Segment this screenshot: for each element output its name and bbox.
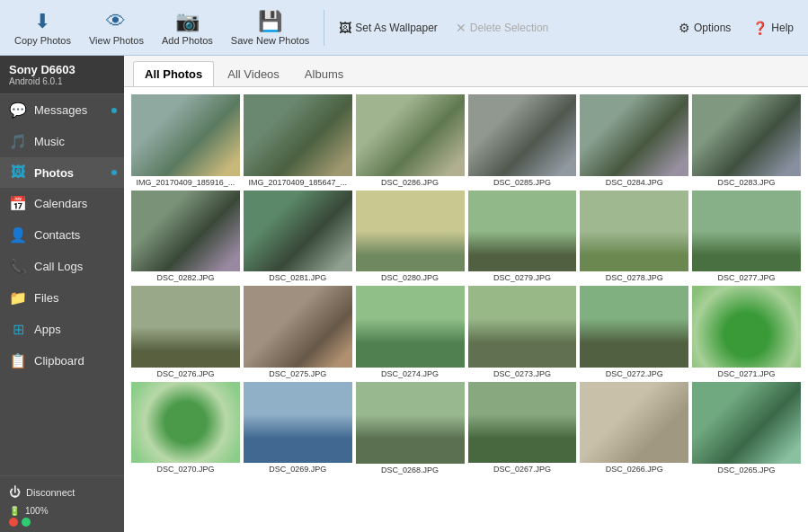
status-dot-red (9, 518, 18, 527)
sidebar-label-messages: Messages (34, 103, 87, 117)
photo-item[interactable]: DSC_0276.JPG (131, 286, 240, 378)
photo-label: DSC_0273.JPG (493, 369, 551, 378)
tab-all-videos[interactable]: All Videos (216, 61, 291, 86)
disconnect-button[interactable]: ⏻ Disconnect (9, 482, 115, 502)
sidebar-item-apps[interactable]: ⊞ Apps (0, 314, 124, 345)
sidebar: Sony D6603 Android 6.0.1 💬 Messages 🎵 Mu… (0, 56, 124, 532)
sidebar-item-clipboard[interactable]: 📋 Clipboard (0, 345, 124, 377)
apps-icon: ⊞ (9, 321, 27, 338)
photo-label: DSC_0277.JPG (718, 273, 776, 282)
sidebar-item-music[interactable]: 🎵 Music (0, 126, 124, 157)
photo-item[interactable]: DSC_0286.JPG (356, 94, 465, 187)
photo-thumbnail (131, 191, 240, 272)
photo-thumbnail (131, 94, 240, 176)
photo-item[interactable]: DSC_0278.JPG (580, 191, 688, 283)
tab-all-photos[interactable]: All Photos (133, 61, 214, 86)
photo-label: DSC_0267.JPG (493, 465, 551, 474)
photo-label: DSC_0268.JPG (381, 466, 439, 474)
photo-item[interactable]: DSC_0268.JPG (356, 382, 465, 474)
sidebar-label-music: Music (34, 135, 65, 148)
tab-albums[interactable]: Albums (293, 61, 355, 86)
photo-label: DSC_0274.JPG (381, 369, 439, 378)
device-name: Sony D6603 (9, 63, 115, 76)
call-logs-icon: 📞 (9, 258, 27, 275)
sidebar-item-calendars[interactable]: 📅 Calendars (0, 188, 124, 219)
sidebar-label-contacts: Contacts (34, 228, 80, 242)
set-wallpaper-button[interactable]: 🖼 Set As Wallpaper (332, 17, 445, 39)
photo-label: DSC_0269.JPG (269, 465, 326, 474)
sidebar-item-messages[interactable]: 💬 Messages (0, 94, 124, 126)
add-photos-button[interactable]: 📷 Add Photos (155, 6, 220, 49)
photo-item[interactable]: DSC_0269.JPG (244, 382, 352, 474)
photo-thumbnail (580, 94, 688, 176)
options-label: Options (694, 22, 731, 34)
content-area: All PhotosAll VideosAlbums IMG_20170409_… (124, 56, 808, 532)
photo-item[interactable]: DSC_0271.JPG (692, 286, 801, 378)
sidebar-item-call-logs[interactable]: 📞 Call Logs (0, 251, 124, 282)
disconnect-label: Disconnect (26, 487, 75, 498)
help-icon: ❓ (752, 21, 768, 35)
save-new-photos-button[interactable]: 💾 Save New Photos (224, 6, 316, 49)
photo-label: DSC_0281.JPG (269, 273, 326, 282)
photo-item[interactable]: DSC_0274.JPG (356, 286, 465, 378)
photo-item[interactable]: DSC_0272.JPG (580, 286, 688, 378)
photo-grid: IMG_20170409_185916_... IMG_20170409_185… (131, 94, 801, 474)
sidebar-label-calendars: Calendars (34, 197, 87, 210)
photo-grid-container[interactable]: IMG_20170409_185916_... IMG_20170409_185… (124, 87, 808, 532)
status-dot-green (22, 518, 31, 527)
copy-photos-icon: ⬇ (34, 10, 50, 33)
photo-label: IMG_20170409_185916_... (137, 178, 235, 187)
photo-item[interactable]: DSC_0266.JPG (580, 382, 688, 474)
photo-item[interactable]: DSC_0285.JPG (468, 94, 577, 187)
photo-thumbnail (131, 382, 240, 464)
calendars-icon: 📅 (9, 195, 27, 212)
battery-level: 100% (25, 506, 49, 516)
photo-item[interactable]: DSC_0277.JPG (692, 191, 801, 283)
photo-thumbnail (468, 94, 577, 176)
battery-icon: 🔋 (9, 506, 20, 516)
photo-item[interactable]: DSC_0275.JPG (244, 286, 352, 378)
sidebar-label-apps: Apps (34, 323, 61, 336)
device-info: Sony D6603 Android 6.0.1 (0, 56, 124, 94)
sidebar-item-contacts[interactable]: 👤 Contacts (0, 219, 124, 251)
photo-thumbnail (580, 191, 688, 272)
photo-item[interactable]: DSC_0282.JPG (131, 191, 240, 283)
save-new-photos-label: Save New Photos (231, 35, 309, 46)
photo-item[interactable]: IMG_20170409_185647_... (244, 94, 352, 187)
sidebar-item-files[interactable]: 📁 Files (0, 282, 124, 314)
options-button[interactable]: ⚙ Options (671, 17, 738, 39)
photo-item[interactable]: DSC_0280.JPG (356, 191, 465, 283)
delete-selection-button[interactable]: ✕ Delete Selection (448, 17, 555, 39)
sidebar-item-photos[interactable]: 🖼 Photos (0, 157, 124, 188)
add-photos-icon: 📷 (175, 10, 200, 33)
help-label: Help (771, 22, 794, 34)
messages-icon: 💬 (9, 102, 27, 119)
view-photos-label: View Photos (89, 35, 144, 46)
photo-thumbnail (356, 382, 465, 464)
delete-selection-label: Delete Selection (470, 22, 548, 34)
photo-item[interactable]: DSC_0283.JPG (692, 94, 801, 187)
photo-label: DSC_0280.JPG (381, 273, 439, 282)
status-dots (9, 518, 115, 527)
photo-thumbnail (468, 191, 577, 272)
photo-item[interactable]: DSC_0267.JPG (468, 382, 577, 474)
contacts-icon: 👤 (9, 226, 27, 244)
photo-item[interactable]: DSC_0270.JPG (131, 382, 240, 474)
sidebar-label-files: Files (34, 291, 58, 305)
photo-item[interactable]: DSC_0265.JPG (692, 382, 801, 474)
photo-item[interactable]: IMG_20170409_185916_... (131, 94, 240, 187)
help-button[interactable]: ❓ Help (745, 17, 801, 39)
photo-label: DSC_0272.JPG (606, 369, 663, 378)
copy-photos-button[interactable]: ⬇ Copy Photos (7, 6, 78, 49)
photo-item[interactable]: DSC_0284.JPG (580, 94, 688, 187)
photo-item[interactable]: DSC_0273.JPG (468, 286, 577, 378)
photo-label: IMG_20170409_185647_... (248, 178, 347, 187)
options-icon: ⚙ (679, 21, 690, 35)
toolbar-right: ⚙ Options ❓ Help (671, 17, 801, 39)
photo-thumbnail (131, 286, 240, 368)
delete-icon: ✕ (456, 21, 466, 35)
photo-item[interactable]: DSC_0279.JPG (468, 191, 577, 283)
photo-thumbnail (692, 286, 801, 368)
photo-item[interactable]: DSC_0281.JPG (244, 191, 352, 283)
view-photos-button[interactable]: 👁 View Photos (82, 6, 151, 49)
